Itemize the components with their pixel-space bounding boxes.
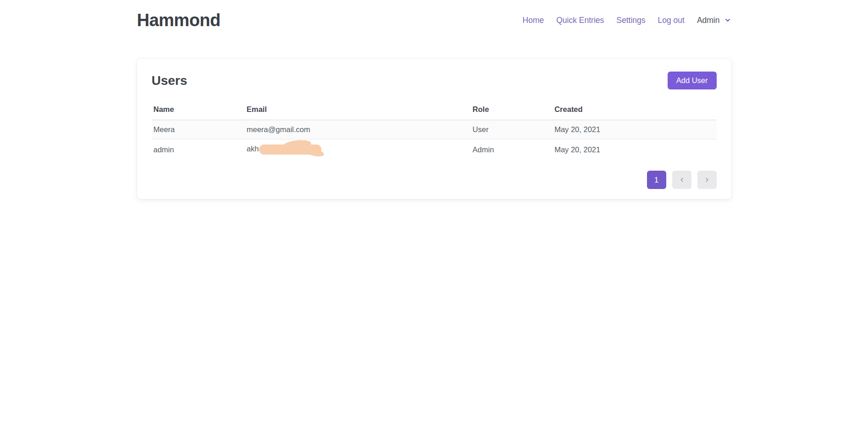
cell-role: Admin [471, 139, 553, 160]
pagination: 1 [152, 171, 717, 189]
column-header-role: Role [471, 102, 553, 120]
users-table: Name Email Role Created Meera meera@gmai… [152, 102, 717, 160]
users-table-head: Name Email Role Created [152, 102, 717, 120]
cell-created: May 20, 2021 [553, 120, 716, 139]
email-visible-text: akh [247, 145, 259, 153]
nav-item-settings[interactable]: Settings [616, 16, 645, 25]
cell-role: User [471, 120, 553, 139]
users-table-body: Meera meera@gmail.com User May 20, 2021 … [152, 120, 717, 160]
nav-item-quick-entries[interactable]: Quick Entries [556, 16, 604, 25]
site-header: Hammond Home Quick Entries Settings Log … [137, 0, 731, 32]
add-user-button[interactable]: Add User [668, 72, 717, 89]
main-nav: Home Quick Entries Settings Log out Admi… [523, 16, 731, 25]
pagination-next-button[interactable] [697, 171, 717, 189]
chevron-left-icon [679, 177, 685, 183]
redaction-scribble [259, 145, 321, 155]
brand-logo[interactable]: Hammond [137, 11, 221, 30]
users-card: Users Add User Name Email Role Created M… [137, 59, 731, 199]
column-header-name: Name [152, 102, 245, 120]
page-container: Hammond Home Quick Entries Settings Log … [136, 0, 732, 199]
chevron-down-icon [724, 17, 731, 24]
cell-name: Meera [152, 120, 245, 139]
cell-name: admin [152, 139, 245, 160]
users-card-header: Users Add User [152, 72, 717, 89]
page-title: Users [152, 73, 188, 88]
column-header-email: Email [245, 102, 471, 120]
user-menu-label: Admin [697, 16, 720, 25]
cell-email: akh [245, 139, 471, 160]
cell-created: May 20, 2021 [553, 139, 716, 160]
table-header-row: Name Email Role Created [152, 102, 717, 120]
cell-email: meera@gmail.com [245, 120, 471, 139]
nav-item-logout[interactable]: Log out [658, 16, 685, 25]
chevron-right-icon [704, 177, 710, 183]
table-row: admin akh Admin May 20, 2021 [152, 139, 717, 160]
table-row: Meera meera@gmail.com User May 20, 2021 [152, 120, 717, 139]
nav-item-home[interactable]: Home [523, 16, 544, 25]
pagination-prev-button[interactable] [672, 171, 691, 189]
user-menu-dropdown[interactable]: Admin [697, 16, 731, 25]
pagination-page-1-button[interactable]: 1 [647, 171, 666, 189]
column-header-created: Created [553, 102, 716, 120]
